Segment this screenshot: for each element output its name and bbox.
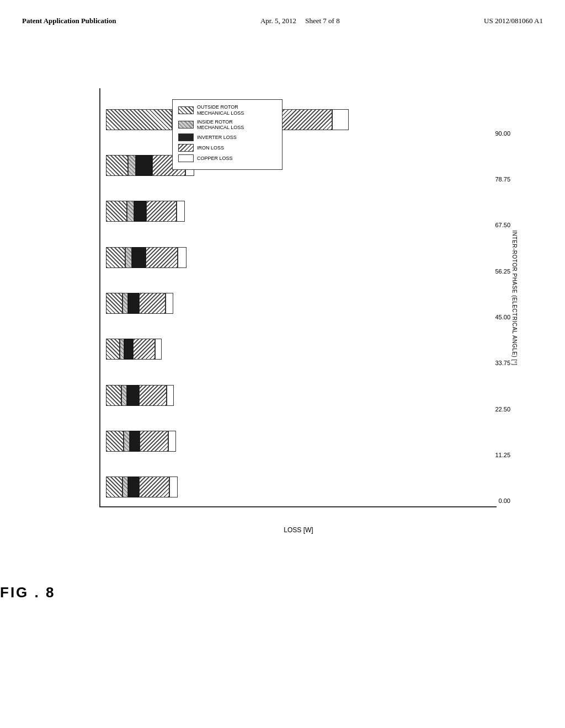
bar-seg-copper-0 [169,477,178,497]
header-date: Apr. 5, 2012 [260,17,296,25]
header-right: US 2012/081060 A1 [484,17,543,25]
legend-item-copper: COPPER LOSS [178,154,276,162]
bar-seg-inverter-1 [130,431,140,452]
bar-seg-copper-1 [168,431,176,452]
legend-swatch-iron [178,144,194,152]
legend-swatch-inverter [178,133,194,141]
legend-label-inverter: INVERTER LOSS [197,135,237,141]
bar-seg-iron-6 [146,201,177,222]
header-sheet: Sheet 7 of 8 [305,17,339,25]
y-axis-right: 0.00 11.25 22.50 33.75 45.00 56.25 67.50… [499,88,532,507]
bar-seg-copper-6 [177,201,185,222]
legend-swatch-inside-rotor [178,121,194,129]
bar-seg-inverter-3 [124,339,133,360]
legend-item-inside-rotor: INSIDE ROTORMECHANICAL LOSS [178,119,276,131]
bar-row-3 [106,335,162,363]
y-tick-3: 33.75 [495,360,510,366]
bar-seg-iron-4 [139,293,166,314]
bar-seg-outside-0 [106,477,122,497]
bar-seg-iron-1 [140,431,168,452]
bar-row-0 [106,473,178,501]
bar-seg-inside-5 [125,247,132,268]
bar-seg-copper-3 [155,339,162,360]
bar-seg-inside-0 [122,477,128,497]
bar-seg-outside-2 [106,385,121,406]
bar-seg-outside-8 [106,109,172,130]
legend-item-outside-rotor: OUTSIDE ROTORMECHANICAL LOSS [178,104,276,116]
bar-seg-inside-1 [124,431,130,452]
bar-row-4 [106,290,173,317]
bar-seg-inside-3 [120,339,124,360]
y-axis-title: INTER-ROTOR PHASE (ELECTRICAL ANGLE) [°] [511,230,518,365]
bar-seg-iron-3 [133,339,155,360]
figure-label: FIG . 8 [0,584,55,601]
bar-seg-copper-4 [166,293,173,314]
legend-swatch-outside-rotor [178,106,194,114]
chart-area: OUTSIDE ROTORMECHANICAL LOSS INSIDE ROTO… [99,88,497,507]
y-tick-8: 90.00 [495,130,510,137]
bar-seg-copper-2 [167,385,174,406]
bar-seg-inverter-4 [128,293,139,314]
y-tick-0: 0.00 [499,497,510,504]
bar-seg-inside-7 [128,155,136,176]
bar-row-5 [106,244,186,271]
bar-seg-outside-5 [106,247,125,268]
page-header: Patent Application Publication Apr. 5, 2… [22,17,543,25]
legend-box: OUTSIDE ROTORMECHANICAL LOSS INSIDE ROTO… [172,99,282,170]
legend-label-copper: COPPER LOSS [197,156,233,162]
bar-row-6 [106,197,185,225]
bar-seg-inverter-6 [134,201,146,222]
y-tick-4: 45.00 [495,314,510,320]
bar-seg-outside-1 [106,431,124,452]
bar-seg-copper-5 [178,247,186,268]
bar-seg-outside-3 [106,339,120,360]
bar-seg-inverter-0 [128,477,139,497]
y-tick-1: 11.25 [495,452,510,458]
bar-seg-iron-2 [139,385,167,406]
header-center: Apr. 5, 2012 Sheet 7 of 8 [260,17,340,25]
bar-row-1 [106,427,176,455]
x-axis-title: LOSS [W] [284,526,313,534]
bar-seg-iron-0 [139,477,169,497]
y-tick-6: 67.50 [495,222,510,228]
bar-seg-outside-7 [106,155,128,176]
bar-seg-inverter-5 [132,247,146,268]
bar-seg-inside-6 [127,201,134,222]
legend-swatch-copper [178,154,194,162]
legend-label-outside-rotor: OUTSIDE ROTORMECHANICAL LOSS [197,104,244,116]
bar-seg-inside-2 [121,385,127,406]
legend-label-iron: IRON LOSS [197,145,224,151]
header-left: Patent Application Publication [22,17,116,25]
legend-item-iron: IRON LOSS [178,144,276,152]
y-tick-5: 56.25 [495,268,510,275]
y-tick-2: 22.50 [495,406,510,413]
legend-item-inverter: INVERTER LOSS [178,133,276,141]
legend-label-inside-rotor: INSIDE ROTORMECHANICAL LOSS [197,119,244,131]
bar-seg-inside-4 [122,293,128,314]
bar-seg-outside-4 [106,293,122,314]
figure-8-container: OUTSIDE ROTORMECHANICAL LOSS INSIDE ROTO… [33,88,519,546]
bar-seg-inverter-7 [136,155,152,176]
bar-seg-inverter-2 [127,385,139,406]
y-tick-7: 78.75 [495,176,510,183]
bar-seg-outside-6 [106,201,127,222]
bar-seg-iron-5 [146,247,178,268]
bar-seg-copper-8 [332,109,349,130]
page: Patent Application Publication Apr. 5, 2… [0,0,565,728]
bar-row-2 [106,382,174,409]
